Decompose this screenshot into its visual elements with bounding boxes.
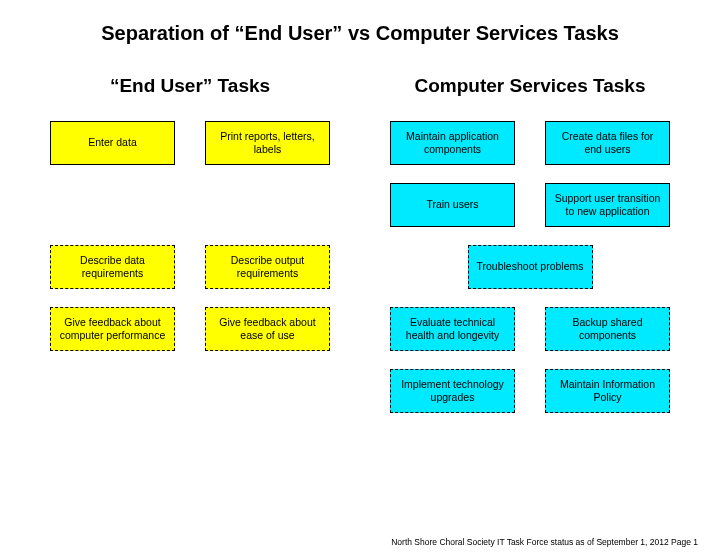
task-feedback-performance: Give feedback about computer performance <box>50 307 175 351</box>
row-4-right: Evaluate technical health and longevity … <box>390 307 670 351</box>
task-describe-data-req: Describe data requirements <box>50 245 175 289</box>
row-2-right: Train users Support user transition to n… <box>390 183 670 227</box>
columns-container: “End User” Tasks Enter data Print report… <box>50 75 670 431</box>
task-backup-shared: Backup shared components <box>545 307 670 351</box>
row-1-left: Enter data Print reports, letters, label… <box>50 121 330 165</box>
computer-services-column: Computer Services Tasks Maintain applica… <box>390 75 670 431</box>
task-maintain-app: Maintain application components <box>390 121 515 165</box>
slide-page: Separation of “End User” vs Computer Ser… <box>0 0 720 557</box>
row-4-left: Give feedback about computer performance… <box>50 307 330 351</box>
task-enter-data: Enter data <box>50 121 175 165</box>
task-create-data-files: Create data files for end users <box>545 121 670 165</box>
row-3-right: Troubleshoot problems <box>390 245 670 289</box>
task-maintain-info-policy: Maintain Information Policy <box>545 369 670 413</box>
computer-services-heading: Computer Services Tasks <box>390 75 670 97</box>
task-print-reports: Print reports, letters, labels <box>205 121 330 165</box>
task-troubleshoot: Troubleshoot problems <box>468 245 593 289</box>
row-5-right: Implement technology upgrades Maintain I… <box>390 369 670 413</box>
footer-text: North Shore Choral Society IT Task Force… <box>391 537 698 547</box>
row-3-left: Describe data requirements Describe outp… <box>50 245 330 289</box>
task-train-users: Train users <box>390 183 515 227</box>
page-title: Separation of “End User” vs Computer Ser… <box>50 22 670 45</box>
end-user-column: “End User” Tasks Enter data Print report… <box>50 75 330 431</box>
task-evaluate-health: Evaluate technical health and longevity <box>390 307 515 351</box>
end-user-heading: “End User” Tasks <box>50 75 330 97</box>
task-feedback-ease: Give feedback about ease of use <box>205 307 330 351</box>
task-implement-upgrades: Implement technology upgrades <box>390 369 515 413</box>
task-support-transition: Support user transition to new applicati… <box>545 183 670 227</box>
row-1-right: Maintain application components Create d… <box>390 121 670 165</box>
task-describe-output-req: Describe output requirements <box>205 245 330 289</box>
